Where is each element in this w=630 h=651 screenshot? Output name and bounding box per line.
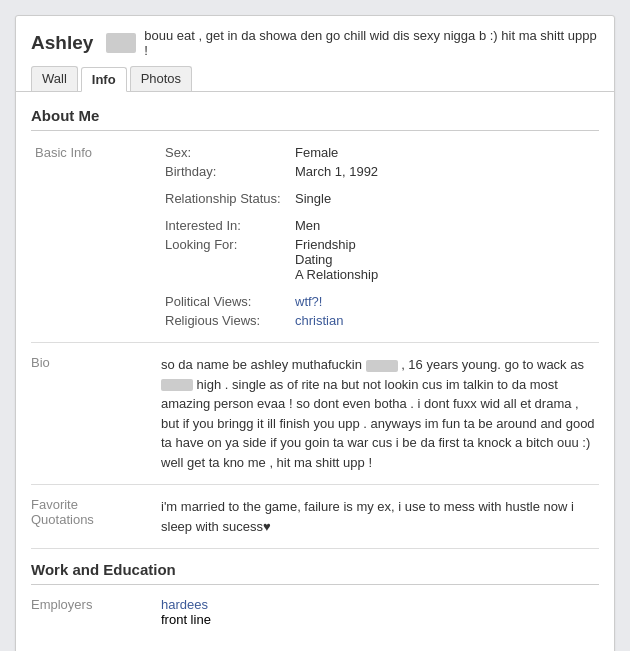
profile-card: Ashley bouu eat , get in da showa den go… [15, 15, 615, 651]
profile-header: Ashley bouu eat , get in da showa den go… [16, 16, 614, 66]
birthday-key: Birthday: [161, 162, 291, 181]
relationship-key: Relationship Status: [161, 189, 291, 208]
religious-key: Religious Views: [161, 311, 291, 330]
profile-status: bouu eat , get in da showa den go chill … [144, 28, 599, 58]
employers-label: Employers [31, 597, 161, 627]
political-key: Political Views: [161, 292, 291, 311]
employers-section: Employers hardees front line [31, 597, 599, 627]
birthday-value: March 1, 1992 [291, 162, 599, 181]
sex-value: Female [291, 143, 599, 162]
divider-1 [31, 342, 599, 343]
bio-text: so da name be ashley muthafuckin , 16 ye… [161, 355, 599, 472]
interested-key: Interested In: [161, 216, 291, 235]
employer-details: hardees front line [161, 597, 599, 627]
table-row: Religious Views: christian [31, 311, 599, 330]
about-me-title: About Me [31, 107, 599, 131]
basic-info-label: Basic Info [31, 143, 161, 162]
religious-value: christian [291, 311, 599, 330]
redacted-1 [366, 360, 398, 372]
work-education-title: Work and Education [31, 561, 599, 585]
interested-value: Men [291, 216, 599, 235]
profile-name: Ashley [31, 32, 93, 54]
looking-value: FriendshipDatingA Relationship [291, 235, 599, 284]
nav-tabs: Wall Info Photos [16, 66, 614, 92]
table-row: Interested In: Men [31, 216, 599, 235]
political-value: wtf?! [291, 292, 599, 311]
table-row: Birthday: March 1, 1992 [31, 162, 599, 181]
tab-wall[interactable]: Wall [31, 66, 78, 91]
employer-position: front line [161, 612, 211, 627]
bio-section: Bio so da name be ashley muthafuckin , 1… [31, 355, 599, 472]
looking-key: Looking For: [161, 235, 291, 284]
divider-2 [31, 484, 599, 485]
table-row: Looking For: FriendshipDatingA Relations… [31, 235, 599, 284]
divider-3 [31, 548, 599, 549]
basic-info-table: Basic Info Sex: Female Birthday: March 1… [31, 143, 599, 330]
tab-photos[interactable]: Photos [130, 66, 192, 91]
fav-label: FavoriteQuotations [31, 497, 161, 536]
political-link[interactable]: wtf?! [295, 294, 322, 309]
fav-text: i'm married to the game, failure is my e… [161, 497, 599, 536]
table-row: Relationship Status: Single [31, 189, 599, 208]
tab-info[interactable]: Info [81, 67, 127, 92]
table-row: Political Views: wtf?! [31, 292, 599, 311]
profile-body: About Me Basic Info Sex: Female Birthday… [16, 92, 614, 642]
bio-label: Bio [31, 355, 161, 472]
employer-name-link[interactable]: hardees [161, 597, 208, 612]
favorite-quotations-section: FavoriteQuotations i'm married to the ga… [31, 497, 599, 536]
sex-key: Sex: [161, 143, 291, 162]
religious-link[interactable]: christian [295, 313, 343, 328]
relationship-value: Single [291, 189, 599, 208]
redacted-2 [161, 379, 193, 391]
watermark: lamebook.com [16, 642, 614, 651]
table-row: Basic Info Sex: Female [31, 143, 599, 162]
avatar [106, 33, 136, 53]
